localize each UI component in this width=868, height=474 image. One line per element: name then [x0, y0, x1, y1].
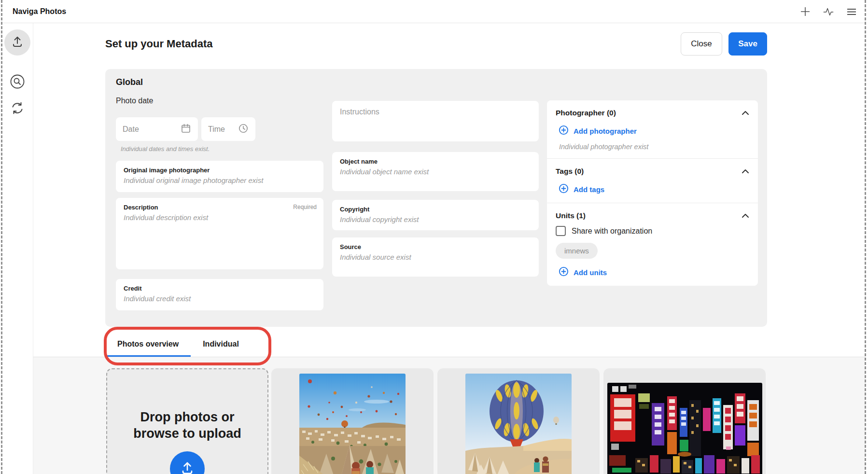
global-column-2: Instructions Object name Individual obje…: [332, 69, 539, 327]
sync-nav-button[interactable]: [9, 100, 26, 118]
left-toolbar: [2, 23, 33, 474]
units-section: Units (1) Share with organization imnews…: [547, 203, 758, 286]
chevron-up-icon[interactable]: [742, 109, 749, 117]
capture-frame-right: [865, 0, 866, 474]
photo-thumbnail-tokyo-neon-street[interactable]: [607, 383, 762, 474]
app-title: Naviga Photos: [13, 7, 66, 16]
activity-icon[interactable]: [823, 6, 834, 17]
add-units-label: Add units: [574, 268, 607, 277]
save-button[interactable]: Save: [728, 32, 767, 56]
chevron-up-icon[interactable]: [742, 211, 749, 220]
date-input[interactable]: Date: [116, 117, 198, 141]
close-button[interactable]: Close: [681, 32, 722, 56]
calendar-icon: [181, 123, 191, 136]
tab-photos-overview[interactable]: Photos overview: [105, 333, 191, 357]
header-actions: Close Save: [681, 32, 767, 56]
photo-thumbnail-balloon-closeup[interactable]: [465, 374, 572, 474]
add-circle-icon: [559, 183, 569, 195]
photo-thumbnail-cappadocia-balloons[interactable]: [299, 374, 406, 474]
main-content: Set up your Metadata Close Save Global P…: [33, 23, 865, 474]
upload-icon: [179, 459, 196, 474]
photos-gallery: Drop photos or browse to upload: [33, 357, 865, 474]
object-name-placeholder: Individual object name exist: [340, 167, 531, 176]
drop-upload-area[interactable]: Drop photos or browse to upload: [106, 368, 268, 474]
time-input[interactable]: Time: [201, 117, 255, 141]
copyright-field[interactable]: Copyright Individual copyright exist: [332, 200, 539, 230]
plus-icon[interactable]: [799, 6, 811, 17]
topbar-icon-group: [799, 0, 857, 23]
description-placeholder: Individual description exist: [124, 213, 316, 222]
time-placeholder: Time: [208, 125, 225, 134]
description-required-badge: Required: [293, 204, 317, 210]
add-circle-icon: [559, 125, 569, 137]
instructions-placeholder: Instructions: [340, 108, 531, 116]
instructions-field[interactable]: Instructions: [332, 101, 539, 141]
add-circle-icon: [559, 266, 569, 278]
photographer-section: Photographer (0) Add photographer Indivi…: [547, 100, 758, 158]
description-label: Description: [124, 204, 316, 211]
credit-label: Credit: [124, 285, 316, 292]
original-photographer-field[interactable]: Original image photographer Individual o…: [116, 161, 323, 192]
add-tags-link[interactable]: Add tags: [559, 183, 748, 195]
photo-date-label: Photo date: [116, 97, 153, 105]
page-title: Set up your Metadata: [105, 38, 212, 50]
source-placeholder: Individual source exist: [340, 253, 531, 261]
share-with-organization-label: Share with organization: [572, 227, 652, 236]
photos-tabs: Photos overview Individual: [105, 333, 251, 357]
photo-card-3: [603, 368, 766, 474]
photographer-helper: Individual photographer exist: [559, 143, 748, 151]
object-name-label: Object name: [340, 158, 531, 165]
original-photographer-placeholder: Individual original image photographer e…: [124, 176, 316, 184]
drop-upload-text: Drop photos or browse to upload: [107, 409, 267, 442]
capture-frame-left: [1, 0, 2, 474]
source-field[interactable]: Source Individual source exist: [332, 237, 539, 277]
add-units-link[interactable]: Add units: [559, 266, 748, 278]
share-with-organization-checkbox[interactable]: [556, 226, 566, 236]
photo-date-helper: Individual dates and times exist.: [121, 145, 210, 153]
drop-upload-line1: Drop photos or: [107, 409, 267, 425]
copyright-label: Copyright: [340, 206, 531, 213]
search-icon: [10, 74, 25, 91]
search-nav-button[interactable]: [9, 74, 26, 91]
photographer-section-title: Photographer (0): [556, 109, 748, 117]
drop-upload-line2: browse to upload: [107, 425, 267, 442]
photo-date-row: Date Time: [116, 117, 255, 141]
photo-card-1: [271, 368, 434, 474]
tags-section-title: Tags (0): [556, 167, 748, 176]
original-photographer-label: Original image photographer: [124, 167, 316, 174]
tab-individual[interactable]: Individual: [191, 333, 251, 357]
menu-icon[interactable]: [846, 6, 857, 17]
clock-icon: [238, 123, 249, 136]
sync-icon: [10, 101, 25, 117]
upload-nav-button[interactable]: [4, 29, 30, 56]
add-tags-label: Add tags: [574, 185, 604, 194]
date-placeholder: Date: [123, 125, 139, 134]
chevron-up-icon[interactable]: [742, 167, 749, 176]
global-column-1: Photo date Date Time: [116, 69, 323, 327]
browse-upload-button[interactable]: [170, 451, 205, 474]
upload-icon: [10, 34, 25, 51]
tags-section: Tags (0) Add tags: [547, 158, 758, 203]
unit-chip-imnews: imnews: [556, 243, 598, 259]
units-section-title: Units (1): [556, 211, 748, 220]
top-bar: Naviga Photos: [2, 0, 865, 23]
global-metadata-panel: Global Photo date Date Time: [105, 69, 767, 327]
classification-card: Photographer (0) Add photographer Indivi…: [547, 100, 758, 286]
source-label: Source: [340, 243, 531, 251]
add-photographer-label: Add photographer: [574, 127, 637, 135]
share-with-organization-row[interactable]: Share with organization: [556, 226, 748, 236]
add-photographer-link[interactable]: Add photographer: [559, 125, 748, 137]
page-header: Set up your Metadata Close Save: [105, 32, 767, 56]
copyright-placeholder: Individual copyright exist: [340, 215, 531, 223]
object-name-field[interactable]: Object name Individual object name exist: [332, 152, 539, 191]
description-field[interactable]: Description Required Individual descript…: [116, 198, 323, 269]
global-column-3: Photographer (0) Add photographer Indivi…: [547, 69, 758, 327]
photo-card-2: [437, 368, 600, 474]
credit-field[interactable]: Credit Individual credit exist: [116, 279, 323, 310]
credit-placeholder: Individual credit exist: [124, 294, 316, 303]
